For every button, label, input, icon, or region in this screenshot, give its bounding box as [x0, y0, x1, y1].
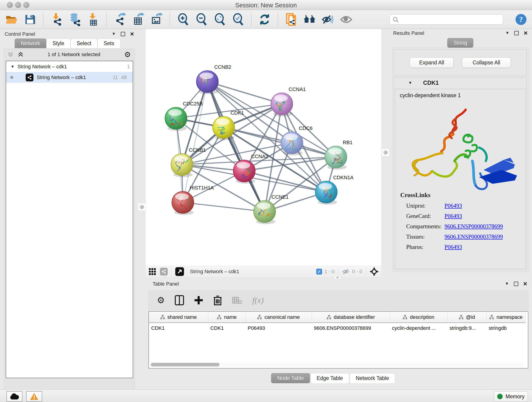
node-count: 11 — [113, 75, 118, 80]
tab-string[interactable]: String — [447, 38, 473, 48]
table-cell[interactable]: stringdb:9... — [447, 323, 486, 333]
table-cell[interactable]: cyclin-dependent ... — [390, 323, 447, 333]
collapse-all-button[interactable]: Collapse All — [462, 57, 511, 68]
expand-all-icon[interactable] — [18, 51, 24, 57]
crosslink-link[interactable]: 9606.ENSP00000378699 — [444, 234, 503, 240]
import-table-button[interactable] — [87, 13, 99, 26]
table-row[interactable]: CDK1CDK1P064939606.ENSP00000378699cyclin… — [149, 323, 525, 333]
network-node-CCNA1[interactable]: CCNA1 — [271, 86, 306, 116]
column-header-name[interactable]: name — [208, 312, 245, 323]
gear-icon[interactable]: ⚙ — [124, 51, 131, 58]
scrollbar-thumb[interactable] — [151, 363, 220, 366]
network-node-CCNB1[interactable]: CCNB1 — [171, 147, 206, 177]
home-views-button[interactable] — [303, 13, 316, 26]
network-view-type-icon[interactable] — [160, 268, 168, 275]
export-network-button[interactable] — [114, 13, 126, 26]
tab-sets[interactable]: Sets — [97, 38, 120, 48]
close-panel-icon[interactable]: × — [130, 32, 134, 36]
tab-style[interactable]: Style — [46, 38, 70, 48]
close-panel-icon[interactable]: × — [524, 31, 528, 35]
network-collection-row[interactable]: ▼ String Network – cdk1 1 — [6, 61, 133, 72]
right-splitter-handle[interactable] — [382, 148, 389, 156]
network-edge-CCNB2-CCNA1[interactable] — [207, 82, 282, 104]
crosslink-link[interactable]: 9606.ENSP00000378699 — [444, 223, 503, 230]
detach-view-icon[interactable] — [175, 267, 184, 276]
zoom-out-button[interactable] — [195, 13, 208, 26]
crosslink-link[interactable]: P06493 — [444, 213, 462, 219]
float-panel-icon[interactable]: ▼ — [505, 31, 509, 35]
close-panel-icon[interactable]: × — [523, 282, 527, 286]
column-header-database-identifier[interactable]: database identifier — [312, 312, 390, 323]
network-node-RB1[interactable]: RB1 — [325, 140, 353, 170]
tab-network-table[interactable]: Network Table — [350, 373, 395, 383]
zoom-in-button[interactable] — [177, 13, 189, 26]
delete-table-icon[interactable] — [232, 296, 242, 304]
network-edge-CCNB2-HIST1H1A[interactable] — [183, 82, 207, 202]
expand-collapse-box: Expand All Collapse All — [394, 49, 527, 76]
import-network-button[interactable] — [51, 13, 63, 26]
crosslink-link[interactable]: P06493 — [444, 244, 462, 250]
tab-edge-table[interactable]: Edge Table — [310, 373, 349, 383]
network-node-CDKN1A[interactable]: CDKN1A — [315, 175, 354, 205]
maximize-panel-icon[interactable] — [514, 282, 518, 286]
add-column-icon[interactable] — [194, 296, 203, 305]
left-splitter-handle[interactable] — [138, 203, 146, 211]
table-cell[interactable]: stringdb — [486, 323, 525, 333]
network-node-CDK1[interactable]: CDK1 — [213, 110, 244, 140]
delete-column-icon[interactable] — [213, 295, 222, 305]
tree-expander-icon[interactable]: ▼ — [11, 65, 14, 69]
table-cell[interactable]: 9606.ENSP00000378699 — [312, 323, 390, 333]
table-settings-gear-icon[interactable]: ⚙ — [157, 296, 165, 305]
copy-network-button[interactable] — [285, 13, 298, 26]
selected-checkbox-icon[interactable]: ✓ — [316, 269, 322, 274]
float-panel-icon[interactable]: ▼ — [112, 32, 116, 36]
refresh-button[interactable] — [259, 13, 271, 26]
warning-button[interactable] — [26, 391, 42, 402]
export-image-button[interactable] — [150, 13, 163, 26]
select-columns-icon[interactable] — [175, 295, 184, 305]
entry-expander-icon[interactable]: ▼ — [408, 81, 412, 85]
network-node-CCNB2[interactable]: CCNB2 — [196, 64, 231, 94]
gene-entry-header[interactable]: ▼ CDK1 — [394, 77, 526, 89]
memory-button[interactable]: Memory — [494, 391, 528, 402]
tab-network[interactable]: Network — [15, 38, 46, 48]
crosslink-link[interactable]: P06493 — [444, 203, 462, 209]
gene-description: cyclin-dependent kinase 1 — [395, 89, 525, 99]
table-cell[interactable]: CDK1 — [208, 323, 245, 333]
function-builder-icon[interactable]: f(x) — [252, 295, 264, 305]
network-row-selected[interactable]: String Network – cdk1 11 48 — [6, 72, 133, 83]
network-edge-HIST1H1A-CCNE1[interactable] — [183, 202, 265, 211]
column-header-shared-name[interactable]: shared name — [149, 312, 208, 323]
export-table-button[interactable] — [132, 13, 144, 26]
column-header-canonical-name[interactable]: canonical name — [245, 312, 312, 323]
cloud-button[interactable] — [6, 391, 22, 402]
float-panel-icon[interactable]: ▼ — [505, 281, 509, 286]
table-cell[interactable]: P06493 — [245, 323, 312, 333]
network-node-HIST1H1A[interactable]: HIST1H1A — [172, 185, 214, 215]
tab-node-table[interactable]: Node Table — [271, 373, 310, 383]
network-edge-CDC6-CCNB1[interactable] — [182, 143, 292, 165]
show-all-button[interactable] — [340, 13, 352, 26]
zoom-selected-button[interactable] — [232, 13, 244, 26]
tab-select[interactable]: Select — [70, 38, 98, 48]
import-network-from-database-button[interactable] — [69, 13, 81, 26]
hide-unselected-button[interactable] — [322, 13, 334, 26]
birds-eye-view-icon[interactable] — [370, 267, 379, 276]
open-session-button[interactable] — [6, 13, 18, 26]
expand-all-button[interactable]: Expand All — [410, 57, 454, 68]
maximize-panel-icon[interactable] — [121, 32, 125, 36]
maximize-panel-icon[interactable] — [514, 31, 519, 35]
column-header-namespace[interactable]: namespace — [486, 312, 525, 323]
help-button[interactable]: ? — [515, 14, 526, 25]
save-session-button[interactable] — [24, 13, 36, 26]
collapse-all-icon[interactable] — [7, 51, 13, 57]
zoom-fit-button[interactable] — [214, 13, 226, 26]
column-header--id[interactable]: @id — [447, 312, 486, 323]
search-input[interactable] — [389, 14, 503, 25]
column-header-description[interactable]: description — [390, 312, 447, 323]
crosslinks-section: CrossLinks Uniprot:P06493GeneCard:P06493… — [395, 191, 525, 250]
table-horizontal-scrollbar[interactable] — [150, 363, 524, 367]
network-canvas[interactable]: CCNB2CCNA1CDC25BCDK1CDC6RB1CCNB1CCNA2CDK… — [146, 29, 381, 266]
grid-view-icon[interactable] — [148, 268, 156, 275]
table-cell[interactable]: CDK1 — [149, 323, 208, 333]
